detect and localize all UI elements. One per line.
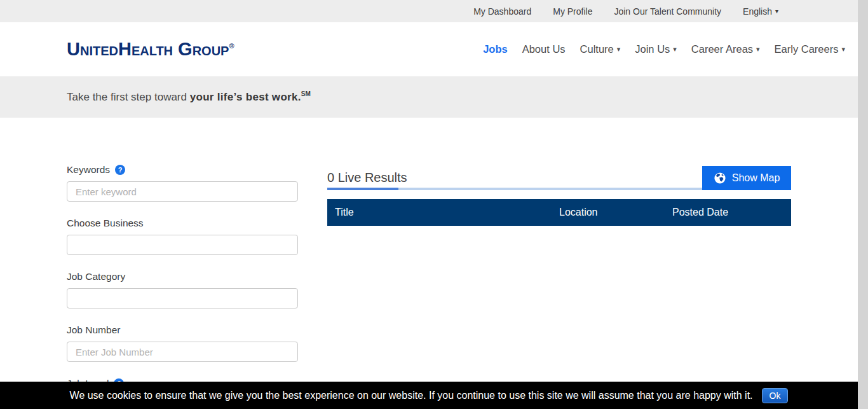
job-number-label: Job Number [67, 324, 120, 336]
chevron-down-icon: ▾ [775, 8, 778, 15]
column-header-posted-date: Posted Date [672, 207, 791, 218]
keywords-label: Keywords [67, 164, 110, 176]
logo-text: UnitedHealth Group [67, 39, 229, 59]
nav-item-career-areas[interactable]: Career Areas ▾ [691, 43, 760, 55]
language-label: English [743, 6, 772, 17]
nav-item-about-us[interactable]: About Us [522, 43, 566, 55]
keywords-field: Keywords ? [67, 164, 298, 202]
registered-mark: ® [229, 42, 234, 50]
topbar-link-talent-community[interactable]: Join Our Talent Community [614, 6, 721, 17]
job-category-input[interactable] [67, 288, 298, 308]
column-header-title: Title [327, 207, 559, 218]
nav-label: About Us [522, 43, 566, 55]
chevron-down-icon: ▾ [617, 46, 621, 53]
unitedhealth-group-logo[interactable]: UnitedHealth Group® [67, 39, 234, 60]
nav-label: Culture [580, 43, 614, 55]
nav-label: Career Areas [691, 43, 753, 55]
chevron-down-icon: ▾ [756, 46, 760, 53]
job-number-input[interactable] [67, 342, 298, 362]
cookie-message: We use cookies to ensure that we give yo… [70, 390, 753, 401]
tagline-servicemark: SM [301, 90, 311, 97]
results-table-header: Title Location Posted Date [327, 199, 791, 226]
nav-label: Join Us [635, 43, 670, 55]
cookie-ok-button[interactable]: Ok [762, 388, 789, 403]
language-selector[interactable]: English ▾ [743, 6, 778, 17]
tagline-bold: your life’s best work. [190, 91, 301, 103]
job-search-filters: Keywords ? Choose Business Job Category … [67, 164, 298, 405]
topbar-link-my-dashboard[interactable]: My Dashboard [473, 6, 531, 17]
topbar-link-my-profile[interactable]: My Profile [553, 6, 592, 17]
tagline-band: Take the first step toward your life’s b… [0, 76, 858, 118]
results-panel: 0 Live Results Show Map Title Location P… [327, 166, 791, 226]
globe-icon [714, 172, 726, 184]
show-map-label: Show Map [732, 172, 780, 184]
tagline: Take the first step toward your life’s b… [67, 90, 311, 104]
main-header: UnitedHealth Group® Jobs About Us Cultur… [0, 22, 858, 76]
topbar: My Dashboard My Profile Join Our Talent … [0, 0, 858, 22]
cookie-banner: We use cookies to ensure that we give yo… [0, 382, 858, 409]
job-category-field: Job Category [67, 271, 298, 308]
nav-label: Jobs [483, 43, 508, 55]
nav-item-join-us[interactable]: Join Us ▾ [635, 43, 677, 55]
chevron-down-icon: ▾ [841, 46, 845, 53]
chevron-down-icon: ▾ [673, 46, 677, 53]
column-header-location: Location [559, 207, 672, 218]
tagline-prefix: Take the first step toward [67, 91, 190, 103]
nav-item-early-careers[interactable]: Early Careers ▾ [775, 43, 845, 55]
main-nav: Jobs About Us Culture ▾ Join Us ▾ Career… [483, 43, 845, 55]
nav-label: Early Careers [775, 43, 839, 55]
live-results-count: 0 Live Results [327, 166, 407, 185]
keywords-input[interactable] [67, 181, 298, 202]
scrollbar[interactable] [858, 0, 868, 409]
nav-item-culture[interactable]: Culture ▾ [580, 43, 621, 55]
job-category-label: Job Category [67, 271, 125, 282]
help-icon[interactable]: ? [115, 165, 125, 175]
show-map-button[interactable]: Show Map [702, 166, 791, 190]
page: My Dashboard My Profile Join Our Talent … [0, 0, 858, 409]
choose-business-field: Choose Business [67, 218, 298, 255]
choose-business-label: Choose Business [67, 218, 144, 229]
job-number-field: Job Number [67, 324, 298, 362]
choose-business-input[interactable] [67, 235, 298, 255]
nav-item-jobs[interactable]: Jobs [483, 43, 508, 55]
